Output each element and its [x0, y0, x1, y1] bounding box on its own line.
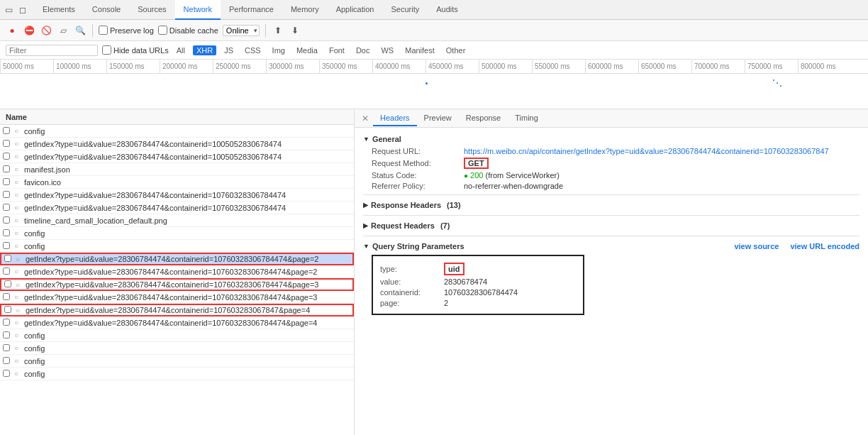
- tab-application[interactable]: Application: [328, 0, 383, 20]
- request-row[interactable]: ○ config: [0, 342, 354, 355]
- filter-manifest[interactable]: Manifest: [401, 45, 438, 55]
- filter-media[interactable]: Media: [293, 45, 321, 55]
- row-checkbox-8[interactable]: [3, 229, 14, 238]
- row-checkbox-3[interactable]: [3, 165, 14, 174]
- export-button[interactable]: ⬇: [289, 24, 301, 37]
- hide-data-urls-label[interactable]: Hide data URLs: [102, 45, 169, 55]
- preserve-log-checkbox[interactable]: [99, 26, 108, 35]
- row-checkbox-5[interactable]: [3, 191, 14, 199]
- filter-button[interactable]: ▱: [57, 24, 69, 37]
- request-headers-header[interactable]: ▶ Request Headers (7): [363, 220, 859, 231]
- response-headers-header[interactable]: ▶ Response Headers (13): [363, 199, 859, 211]
- divider-3: [363, 236, 859, 236]
- row-checkbox-19[interactable]: [3, 370, 14, 378]
- row-checkbox-2[interactable]: [3, 153, 14, 161]
- request-row[interactable]: ○ config: [0, 125, 354, 138]
- request-row[interactable]: ○ config: [0, 368, 354, 380]
- tab-headers[interactable]: Headers: [373, 111, 417, 126]
- request-row[interactable]: ○ config: [0, 355, 354, 368]
- row-checkbox-4[interactable]: [3, 178, 14, 187]
- view-source-link[interactable]: view source: [734, 242, 779, 250]
- tab-timing[interactable]: Timing: [508, 111, 545, 126]
- record-button[interactable]: ●: [6, 24, 18, 37]
- general-section: ▼ General Request URL: https://m.weibo.c…: [363, 133, 859, 190]
- row-checkbox-15[interactable]: [3, 319, 14, 327]
- row-checkbox-6[interactable]: [3, 204, 14, 212]
- filter-doc[interactable]: Doc: [352, 45, 374, 55]
- tab-memory[interactable]: Memory: [282, 0, 328, 20]
- tab-network[interactable]: Network: [175, 0, 221, 20]
- request-row[interactable]: ○ getIndex?type=uid&value=28306784474&co…: [0, 291, 354, 304]
- tab-audits[interactable]: Audits: [428, 0, 467, 20]
- filter-ws[interactable]: WS: [377, 45, 397, 55]
- filter-font[interactable]: Font: [326, 45, 348, 55]
- throttle-select[interactable]: Online: [223, 25, 260, 36]
- row-checkbox-18[interactable]: [3, 357, 14, 365]
- query-param-value-val: 2830678474: [444, 277, 487, 286]
- row-checkbox-16[interactable]: [3, 331, 14, 340]
- stop-button[interactable]: ⛔: [23, 24, 35, 37]
- device-icon[interactable]: ◻: [17, 4, 28, 16]
- request-row[interactable]: ○ getIndex?type=uid&value=28306784474&co…: [0, 316, 354, 329]
- hide-data-urls-checkbox[interactable]: [102, 45, 111, 55]
- request-row[interactable]: ○ manifest.json: [0, 163, 354, 176]
- request-row-highlighted-10[interactable]: ○ getIndex?type=uid&value=28306784474&co…: [0, 253, 354, 265]
- request-row[interactable]: ○ getIndex?type=uid&value=28306784474&co…: [0, 150, 354, 163]
- tab-elements[interactable]: Elements: [34, 0, 84, 20]
- filter-bar: Hide data URLs All XHR JS CSS Img Media …: [0, 41, 868, 60]
- view-url-encoded-link[interactable]: view URL encoded: [790, 242, 859, 250]
- tab-preview[interactable]: Preview: [417, 111, 459, 126]
- query-string-title: Query String Parameters: [372, 242, 464, 250]
- row-checkbox-11[interactable]: [3, 268, 14, 276]
- disable-cache-label[interactable]: Disable cache: [158, 26, 218, 35]
- request-row[interactable]: ○ getIndex?type=uid&value=28306784474&co…: [0, 138, 354, 150]
- row-checkbox-14[interactable]: [4, 306, 16, 314]
- import-button[interactable]: ⬆: [272, 24, 284, 37]
- tab-sources[interactable]: Sources: [129, 0, 174, 20]
- clear-button[interactable]: 🚫: [40, 24, 52, 37]
- inspect-icon[interactable]: ▭: [3, 4, 14, 16]
- details-tabs: ✕ Headers Preview Response Timing: [355, 109, 868, 128]
- row-name-16: config: [24, 331, 351, 340]
- request-row[interactable]: ○ getIndex?type=uid&value=28306784474&co…: [0, 265, 354, 278]
- request-row[interactable]: ○ getIndex?type=uid&value=28306784474&co…: [0, 202, 354, 214]
- general-section-header[interactable]: ▼ General: [363, 133, 859, 145]
- disable-cache-checkbox[interactable]: [158, 26, 167, 35]
- row-checkbox-9[interactable]: [3, 242, 14, 250]
- filter-all[interactable]: All: [173, 45, 189, 55]
- row-icon-6: ○: [14, 204, 24, 211]
- request-row-highlighted-14[interactable]: ○ getIndex?type=uid&value=28306784474&co…: [0, 304, 354, 316]
- request-row[interactable]: ○ config: [0, 240, 354, 253]
- details-close-button[interactable]: ✕: [357, 114, 373, 123]
- request-row[interactable]: ○ timeline_card_small_location_default.p…: [0, 214, 354, 227]
- tab-response[interactable]: Response: [459, 111, 508, 126]
- search-button[interactable]: 🔍: [74, 24, 87, 37]
- request-row[interactable]: ○ config: [0, 227, 354, 240]
- row-checkbox-1[interactable]: [3, 140, 14, 148]
- row-checkbox-7[interactable]: [3, 216, 14, 225]
- filter-js[interactable]: JS: [221, 45, 237, 55]
- request-headers-title: Request Headers: [371, 221, 435, 230]
- request-row[interactable]: ○ getIndex?type=uid&value=28306784474&co…: [0, 189, 354, 202]
- row-checkbox-10[interactable]: [4, 255, 16, 263]
- request-row[interactable]: ○ config: [0, 329, 354, 342]
- query-string-header[interactable]: ▼ Query String Parameters view source vi…: [363, 241, 859, 252]
- filter-img[interactable]: Img: [269, 45, 289, 55]
- row-checkbox-12[interactable]: [4, 280, 16, 289]
- filter-input[interactable]: [6, 45, 98, 56]
- row-checkbox-0[interactable]: [3, 127, 14, 136]
- request-row-highlighted-12[interactable]: ○ getIndex?type=uid&value=28306784474&co…: [0, 278, 354, 291]
- row-checkbox-13[interactable]: [3, 293, 14, 302]
- preserve-log-label[interactable]: Preserve log: [99, 26, 154, 35]
- tab-performance[interactable]: Performance: [221, 0, 282, 20]
- tab-console[interactable]: Console: [84, 0, 129, 20]
- referrer-policy-label: Referrer Policy:: [372, 182, 464, 190]
- request-row[interactable]: ○ favicon.ico: [0, 176, 354, 189]
- row-icon-15: ○: [14, 319, 24, 326]
- filter-other[interactable]: Other: [443, 45, 469, 55]
- row-checkbox-17[interactable]: [3, 344, 14, 353]
- query-param-page-name: page:: [380, 299, 444, 307]
- filter-css[interactable]: CSS: [241, 45, 265, 55]
- filter-xhr[interactable]: XHR: [193, 45, 216, 55]
- tab-security[interactable]: Security: [382, 0, 428, 20]
